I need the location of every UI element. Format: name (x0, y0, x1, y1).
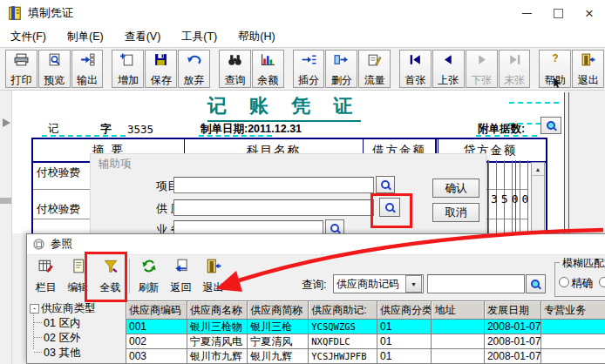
header-dev-date[interactable]: 发展日期 (485, 301, 541, 320)
magnifier-icon (530, 279, 541, 290)
left-splitter-handle[interactable] (0, 198, 11, 204)
exit-door-icon (581, 53, 595, 66)
help-icon: ? (552, 53, 558, 64)
voucher-row-summary-2[interactable]: 付校验费 (37, 202, 80, 217)
exit-door-icon (206, 259, 221, 273)
maximize-button[interactable] (542, 0, 574, 26)
reference-window-icon (32, 238, 45, 251)
preview-button[interactable]: 预览 (38, 50, 71, 88)
header-main-business[interactable]: 专营业务 (541, 301, 605, 320)
match-other-radio[interactable] (599, 277, 605, 287)
last-voucher-button[interactable]: 末张 (499, 50, 531, 88)
first-icon (408, 53, 423, 66)
tree-item-01[interactable]: 01 区内 (44, 316, 80, 331)
table-row[interactable]: 001 银川三枪物 银川三枪 YCSQWZGS 01 2008-01-07 (126, 320, 605, 334)
menu-file[interactable]: 文件(F) (0, 30, 57, 44)
underline-dash-3 (476, 135, 537, 137)
match-exact-radio[interactable] (559, 277, 569, 287)
ref-exit-button[interactable]: 退出 (197, 257, 229, 297)
query-type-dropdown[interactable]: 供应商助记码 ▼ (333, 274, 424, 293)
export-icon (80, 53, 95, 66)
voucher-row-summary-1[interactable]: 付校验费 (37, 165, 80, 180)
undo-icon (187, 53, 201, 66)
amount-blue-rule (487, 160, 488, 233)
header-supplier-mnemonic[interactable]: 供应商助记: (309, 301, 377, 320)
header-supplier-code[interactable]: 供应商编码 (126, 301, 187, 320)
add-button[interactable]: 增加 (112, 50, 144, 88)
supplier-grid: 供应商编码 供应商名称 供应商简称 供应商助记: 供应商分类: 地址 发展日期 … (126, 300, 605, 364)
export-button[interactable]: 输出 (71, 50, 104, 88)
project-lookup-button[interactable] (376, 176, 395, 193)
tree-root-supplier-type[interactable]: 供应商类型 (41, 301, 96, 316)
preview-icon (47, 53, 62, 66)
add-page-icon (120, 53, 135, 66)
print-button[interactable]: 打印 (5, 50, 37, 88)
query-type-value: 供应商助记码 (334, 277, 405, 292)
voucher-scrollbar[interactable]: ▲ (531, 162, 545, 232)
tree-connector (34, 351, 42, 353)
header-address[interactable]: 地址 (432, 301, 485, 320)
credit-amount-value: 3500 (491, 192, 532, 206)
tree-item-03[interactable]: 03 其他 (44, 346, 80, 361)
return-button[interactable]: 返回 (165, 257, 197, 297)
menu-voucher[interactable]: 制单(E) (57, 30, 114, 44)
maximize-icon (554, 9, 563, 18)
columns-button[interactable]: 栏目 (30, 257, 62, 297)
save-button[interactable]: 保存 (145, 50, 177, 88)
query-button[interactable]: 查询 (219, 50, 251, 88)
toolbar-separator (129, 259, 130, 293)
menu-view[interactable]: 查看(V) (114, 30, 172, 44)
query-input[interactable] (427, 274, 525, 293)
window-title: 填制凭证 (28, 5, 73, 21)
next-voucher-button[interactable]: 下张 (466, 50, 498, 88)
confirm-button[interactable]: 确认 (432, 179, 479, 198)
attach-lookup-button[interactable] (540, 117, 561, 134)
menu-tools[interactable]: 工具(T) (171, 30, 228, 44)
menu-help[interactable]: 帮助(H) (228, 30, 285, 44)
refresh-icon (141, 259, 157, 273)
supplier-input[interactable] (173, 199, 374, 216)
header-supplier-name[interactable]: 供应商名称 (187, 301, 248, 320)
binoculars-icon (228, 53, 242, 66)
table-row[interactable]: 002 宁夏清风电 宁夏清风 NXQFDLC 01 2008-01-07 (126, 334, 605, 349)
printer-icon (14, 53, 29, 66)
previous-voucher-button[interactable]: 上张 (432, 50, 465, 88)
tree-item-02[interactable]: 02 区外 (44, 331, 80, 346)
refresh-button[interactable]: 刷新 (133, 257, 165, 297)
save-icon (153, 53, 168, 66)
magnifier-icon (330, 223, 341, 234)
header-supplier-short[interactable]: 供应商简称 (248, 301, 309, 320)
close-button[interactable]: × (574, 0, 605, 26)
scroll-up-icon[interactable]: ▲ (532, 163, 544, 176)
project-name-input[interactable] (173, 177, 374, 193)
cancel-button[interactable]: 取消 (432, 203, 479, 222)
flow-button[interactable]: 流量 (358, 50, 391, 88)
attach-dash-line (509, 102, 559, 104)
annotation-rect-edit-button (85, 252, 127, 302)
app-icon (7, 5, 23, 21)
header-supplier-class[interactable]: 供应商分类: (377, 301, 432, 320)
balance-button[interactable]: 余额 (252, 50, 284, 88)
annotation-rect-supplier-lookup (370, 193, 412, 228)
main-toolbar: 打印 预览 输出 增加 保存 放弃 查询 余额 (0, 47, 605, 91)
exit-button[interactable]: 退出 (572, 50, 604, 88)
last-icon (507, 53, 522, 66)
minimize-icon (522, 13, 532, 14)
auxiliary-dialog-title: 辅助项 (99, 157, 132, 172)
left-scroll-arrow-icon[interactable] (3, 118, 10, 127)
window-edge-line (564, 92, 565, 233)
chevron-down-icon[interactable]: ▼ (405, 275, 422, 293)
query-search-button[interactable] (526, 274, 546, 293)
underline-dash-2 (199, 135, 272, 137)
auxiliary-dialog: 辅助项 项目名称 供 应 商 业 务 员 确认 取消 (90, 153, 486, 233)
close-icon: × (585, 6, 594, 21)
delete-entry-button[interactable]: 删分 (325, 50, 357, 88)
window-edge-line-2 (568, 92, 569, 233)
abandon-button[interactable]: 放弃 (178, 50, 210, 88)
first-voucher-button[interactable]: 首张 (399, 50, 432, 88)
minimize-button[interactable] (511, 0, 542, 26)
table-row[interactable]: 003 银川市九辉 银川九辉 YCSJHWJPFB 01 2008-01-07 (126, 349, 605, 364)
insert-entry-button[interactable]: 插分 (293, 50, 325, 88)
grid-header-row: 供应商编码 供应商名称 供应商简称 供应商助记: 供应商分类: 地址 发展日期 … (126, 301, 605, 320)
query-label: 查询: (302, 278, 326, 293)
